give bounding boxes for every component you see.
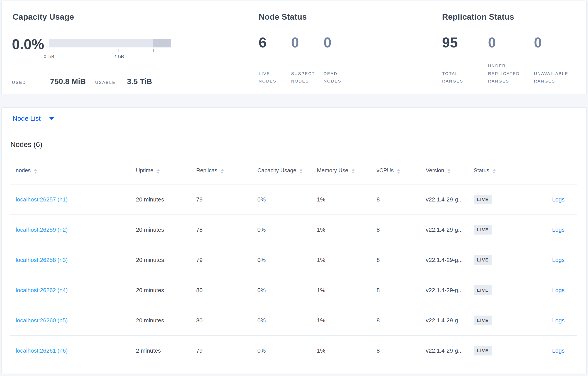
logs-link[interactable]: Logs [552, 257, 565, 263]
sort-icon [157, 169, 160, 174]
column-header-label[interactable]: Version [426, 167, 444, 175]
uptime-cell: 20 minutes [136, 287, 196, 294]
status-cell: LIVE [474, 255, 531, 265]
sort-up-arrow-icon [300, 169, 303, 171]
logs-link[interactable]: Logs [552, 287, 565, 293]
node-cell: localhost:26257 (n1) [10, 196, 136, 203]
status-badge: LIVE [474, 225, 492, 235]
vcpus-cell: 8 [377, 287, 426, 294]
nodes-table-body: localhost:26257 (n1) 20 minutes 79 0% 1%… [10, 185, 578, 366]
sort-up-arrow-icon [157, 169, 160, 171]
status-badge: LIVE [474, 255, 492, 265]
column-header-label[interactable]: Memory Use [317, 167, 348, 175]
replication-stat: 0 UNDER- REPLICATED RANGES [488, 36, 534, 85]
vcpus-cell: 8 [377, 226, 426, 233]
logs-link[interactable]: Logs [552, 226, 565, 233]
sort-icon [397, 169, 400, 174]
uptime-cell: 20 minutes [136, 317, 196, 324]
axis-tick [153, 49, 154, 54]
node-list-dropdown[interactable]: Node List [13, 115, 54, 122]
table-row: localhost:26261 (n6) 2 minutes 79 0% 1% … [10, 336, 578, 366]
column-header[interactable]: Memory Use [317, 167, 377, 175]
used-label: USED [12, 80, 26, 85]
stat-label: LIVE NODES [259, 70, 291, 85]
node-cell: localhost:26260 (n5) [10, 317, 136, 324]
node-cell: localhost:26262 (n4) [10, 287, 136, 294]
node-status-title: Node Status [259, 12, 307, 22]
uptime-cell: 20 minutes [136, 196, 196, 203]
nodes-table-header-row: nodes Uptime [10, 158, 578, 185]
stat-label: UNDER- REPLICATED RANGES [488, 62, 534, 85]
stat-label: DEAD NODES [324, 70, 356, 85]
sort-icon [221, 169, 224, 174]
sort-down-arrow-icon [352, 172, 355, 174]
status-cell: LIVE [474, 195, 531, 204]
uptime-cell: 20 minutes [136, 226, 196, 233]
vcpus-cell: 8 [377, 196, 426, 203]
column-header[interactable]: Uptime [136, 167, 196, 175]
tick-mark [49, 49, 49, 52]
column-header[interactable]: Status [474, 167, 531, 175]
column-header-label[interactable]: vCPUs [377, 167, 394, 175]
sort-up-arrow-icon [352, 169, 355, 171]
table-row: localhost:26258 (n3) 20 minutes 79 0% 1%… [10, 245, 578, 275]
column-header-label[interactable]: nodes [16, 167, 31, 175]
column-header-label[interactable]: Capacity Usage [257, 167, 296, 175]
node-link[interactable]: localhost:26259 (n2) [16, 226, 68, 233]
chevron-down-icon [49, 117, 54, 120]
sort-up-arrow-icon [447, 169, 451, 171]
nodes-section-heading: Nodes (6) [10, 140, 42, 149]
sort-icon [352, 169, 355, 174]
sort-down-arrow-icon [34, 172, 37, 174]
replication-stat: 0 UNAVAILABLE RANGES [534, 36, 580, 85]
column-header[interactable]: Version [426, 167, 474, 175]
uptime-cell: 20 minutes [136, 257, 196, 263]
node-link[interactable]: localhost:26260 (n5) [16, 317, 68, 324]
node-status-stat: 0 SUSPECT NODES [291, 36, 324, 85]
stat-value: 0 [488, 36, 534, 50]
sort-down-arrow-icon [447, 172, 451, 174]
column-header[interactable]: Replicas [196, 167, 257, 175]
node-cell: localhost:26259 (n2) [10, 226, 136, 233]
axis-tick: 0 TiB [44, 49, 54, 59]
cluster-overview-page: Capacity Usage 0.0% 0 TiB [0, 0, 588, 376]
memory-use-cell: 1% [317, 317, 377, 324]
node-list-dropdown-label: Node List [13, 115, 41, 122]
replicas-cell: 79 [196, 257, 257, 263]
table-row: localhost:26260 (n5) 20 minutes 80 0% 1%… [10, 305, 578, 336]
node-link[interactable]: localhost:26261 (n6) [16, 347, 68, 354]
logs-cell: Logs [531, 287, 578, 294]
logs-link[interactable]: Logs [552, 317, 565, 324]
column-header[interactable]: Capacity Usage [257, 167, 317, 175]
memory-use-cell: 1% [317, 287, 377, 294]
node-list-card: Node List Nodes (6) nodes [1, 107, 587, 374]
memory-use-cell: 1% [317, 257, 377, 263]
column-header-label[interactable]: Status [474, 167, 489, 175]
stat-label: UNAVAILABLE RANGES [534, 70, 580, 85]
node-link[interactable]: localhost:26258 (n3) [16, 257, 68, 263]
tick-label: 0 TiB [44, 54, 54, 59]
replicas-cell: 79 [196, 347, 257, 354]
node-cell: localhost:26258 (n3) [10, 257, 136, 263]
tick-mark [84, 49, 84, 52]
logs-link[interactable]: Logs [552, 347, 565, 354]
node-status-stat: 6 LIVE NODES [259, 36, 291, 85]
column-header[interactable]: nodes [10, 167, 136, 175]
table-row: localhost:26257 (n1) 20 minutes 79 0% 1%… [10, 185, 578, 215]
cluster-summary-card: Capacity Usage 0.0% 0 TiB [1, 1, 587, 94]
logs-cell: Logs [531, 226, 578, 233]
logs-cell: Logs [531, 196, 578, 203]
logs-link[interactable]: Logs [552, 196, 565, 203]
column-header-label[interactable]: Replicas [196, 167, 217, 175]
node-link[interactable]: localhost:26257 (n1) [16, 196, 68, 203]
column-header-label[interactable]: Uptime [136, 167, 153, 175]
status-cell: LIVE [474, 315, 531, 325]
version-cell: v22.1.4-29-g... [426, 287, 474, 294]
sort-down-arrow-icon [157, 172, 160, 174]
column-header[interactable]: vCPUs [377, 167, 426, 175]
view-selector-bar: Node List [1, 108, 587, 129]
capacity-used-percent: 0.0% [12, 36, 44, 52]
node-link[interactable]: localhost:26262 (n4) [16, 287, 68, 293]
status-badge: LIVE [474, 195, 492, 204]
capacity-usage-cell: 0% [257, 317, 317, 324]
